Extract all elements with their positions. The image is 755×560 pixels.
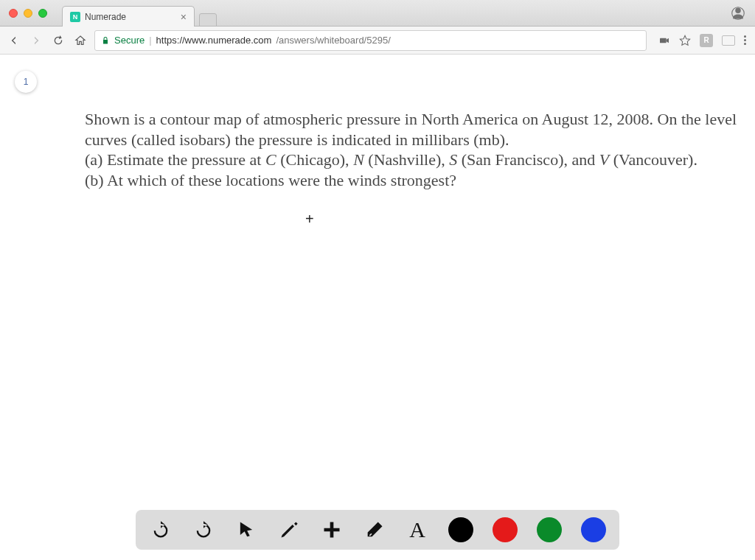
secure-label: Secure bbox=[114, 35, 145, 46]
maximize-window-button[interactable] bbox=[38, 9, 47, 18]
url-host: https://www.numerade.com bbox=[156, 35, 272, 46]
tab-strip: N Numerade × bbox=[62, 0, 217, 26]
pointer-tool[interactable] bbox=[234, 518, 258, 542]
lock-icon bbox=[101, 36, 110, 45]
reload-button[interactable] bbox=[50, 32, 66, 49]
color-black[interactable] bbox=[448, 517, 473, 542]
city-s-var: S bbox=[449, 150, 457, 169]
url-path: /answers/whiteboard/5295/ bbox=[276, 35, 390, 46]
window-titlebar: N Numerade × bbox=[0, 0, 755, 27]
browser-toolbar: Secure | https://www.numerade.com/answer… bbox=[0, 27, 755, 55]
city-n-var: N bbox=[353, 150, 364, 169]
page-content: 1 Shown is a contour map of atmospheric … bbox=[0, 55, 755, 560]
city-s-label: (San Francisco), and bbox=[457, 150, 599, 169]
cast-icon[interactable] bbox=[722, 35, 735, 46]
text-tool-label: A bbox=[409, 517, 425, 542]
text-tool[interactable]: A bbox=[406, 518, 429, 542]
back-button[interactable] bbox=[6, 32, 22, 49]
browser-tab-numerade[interactable]: N Numerade × bbox=[62, 6, 195, 27]
new-tab-button[interactable] bbox=[199, 13, 217, 27]
question-part-b: (b) At which of these locations were the… bbox=[85, 171, 456, 189]
bookmark-star-icon[interactable] bbox=[679, 35, 691, 46]
question-text: Shown is a contour map of atmospheric pr… bbox=[85, 109, 740, 190]
city-c-label: (Chicago), bbox=[276, 150, 353, 169]
whiteboard-toolbar: A bbox=[136, 510, 619, 550]
redo-button[interactable] bbox=[192, 518, 215, 542]
crosshair-cursor: + bbox=[305, 211, 314, 228]
city-v-label: (Vancouver). bbox=[609, 150, 697, 169]
page-number-badge[interactable]: 1 bbox=[15, 71, 37, 93]
svg-rect-1 bbox=[660, 38, 667, 43]
home-button[interactable] bbox=[72, 32, 88, 49]
toolbar-right-icons: R bbox=[658, 34, 746, 47]
tab-title: Numerade bbox=[85, 12, 126, 22]
tab-favicon: N bbox=[70, 12, 80, 22]
extension-badge[interactable]: R bbox=[700, 34, 713, 47]
eraser-tool[interactable] bbox=[363, 518, 386, 542]
question-intro: Shown is a contour map of atmospheric pr… bbox=[85, 110, 737, 149]
traffic-lights bbox=[0, 9, 47, 18]
close-window-button[interactable] bbox=[9, 9, 18, 18]
color-red[interactable] bbox=[493, 517, 518, 542]
question-part-a-prefix: (a) Estimate the pressure at bbox=[85, 150, 265, 169]
separator: | bbox=[149, 35, 151, 46]
city-v-var: V bbox=[599, 150, 609, 169]
minimize-window-button[interactable] bbox=[24, 9, 32, 18]
city-n-label: (Nashville), bbox=[364, 150, 449, 169]
camera-icon[interactable] bbox=[658, 35, 670, 46]
undo-button[interactable] bbox=[149, 518, 173, 542]
pencil-tool[interactable] bbox=[277, 518, 301, 542]
tab-close-icon[interactable]: × bbox=[181, 11, 187, 23]
color-green[interactable] bbox=[537, 517, 562, 542]
profile-icon[interactable] bbox=[731, 7, 745, 20]
color-blue[interactable] bbox=[581, 517, 606, 542]
add-tool[interactable] bbox=[320, 518, 344, 542]
city-c-var: C bbox=[265, 150, 276, 169]
menu-button[interactable] bbox=[744, 35, 746, 45]
forward-button[interactable] bbox=[28, 32, 44, 49]
address-bar[interactable]: Secure | https://www.numerade.com/answer… bbox=[94, 30, 647, 51]
